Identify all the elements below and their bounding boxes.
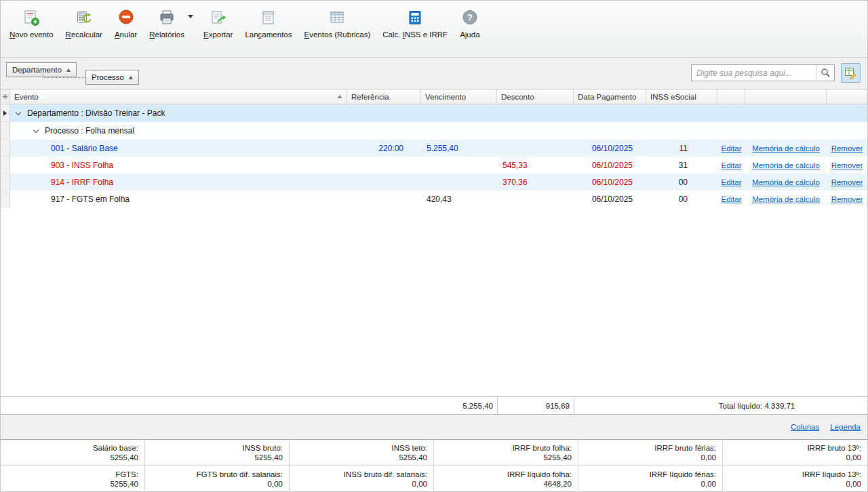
column-header-empty[interactable] [717,89,745,104]
column-header-data-pagamento[interactable]: Data Pagamento [574,89,646,104]
cell-vencimento: 5.255,40 [421,140,497,157]
calculation-memory-link[interactable]: Memória de cálculo [752,195,820,203]
row-indicator-cell [1,173,10,190]
column-header-empty[interactable] [827,89,867,104]
events-rubrics-label: Eventos (Rubricas) [304,30,370,39]
group-pill-departamento-label: Departamento [12,66,62,74]
toolbar: Novo evento Recalcular [1,1,867,58]
events-grid-icon [328,9,346,26]
group-row-departamento[interactable]: Departamento : Divisão Treinar - Pack [1,104,867,122]
collapse-chevron-icon[interactable] [16,109,21,115]
group-pill-departamento[interactable]: Departamento [6,62,77,77]
event-row-salario-base[interactable]: 001 - Salário Base 220:00 5.255,40 06/10… [1,140,867,157]
events-grid: Evento Referência Vencimento Desconto Da… [1,89,867,415]
summary-irrf-bruto-13: IRRF bruto 13º: 0,00 [723,440,867,466]
column-header-desconto[interactable]: Desconto [497,89,574,104]
row-indicator-cell [1,140,10,157]
recalculate-icon [75,9,93,26]
event-row-irrf-folha[interactable]: 914 - IRRF Folha 370,36 06/10/2025 00 Ed… [1,173,867,190]
cell-referencia [347,157,421,173]
summary-irrf-bruto-folha: IRRF bruto folha: 5255,40 [434,440,578,466]
group-processo-label: Processo : Folha mensal [45,126,134,136]
search-button[interactable] [816,65,834,81]
grid-body: Departamento : Divisão Treinar - Pack Pr… [1,104,867,396]
totals-summary-panel: Salário base: 5255,40 INSS bruto: 5255,4… [1,439,867,491]
remove-link[interactable]: Remover [831,178,863,186]
event-row-fgts-em-folha[interactable]: 917 - FGTS em Folha 420,43 06/10/2025 00… [1,190,867,207]
summary-fgts: FGTS: 5255,40 [1,466,145,491]
group-pill-processo-label: Processo [92,73,124,81]
export-label: Exportar [203,30,233,39]
grid-totals-row: 5.255,40 915,69 Total líquido: 4.339,71 [1,396,867,415]
legend-link[interactable]: Legenda [830,423,861,431]
column-header-inss-esocial[interactable]: INSS eSocial [646,89,717,104]
group-row-processo[interactable]: Processo : Folha mensal [1,122,867,140]
cell-desconto [497,140,574,157]
grid-customize-button[interactable] [841,63,861,83]
summary-irrf-liquido-ferias: IRRF líquido férias: 0,00 [578,466,723,491]
help-button[interactable]: ? Ajuda [454,4,486,41]
event-row-inss-folha[interactable]: 903 - INSS Folha 545,33 06/10/2025 31 Ed… [1,157,867,173]
cell-evento: 903 - INSS Folha [10,157,347,173]
row-indicator-cell [1,104,10,122]
cell-data-pagamento: 06/10/2025 [574,173,646,190]
edit-link[interactable]: Editar [721,178,741,186]
calc-inss-irrf-label: Calc. INSS e IRRF [382,30,448,39]
current-row-marker-icon [3,110,7,116]
search-input[interactable] [692,68,816,78]
calculation-memory-link[interactable]: Memória de cálculo [752,178,820,186]
reports-button[interactable]: Relatórios [143,4,191,41]
remove-link[interactable]: Remover [831,144,863,152]
reports-dropdown-caret-icon[interactable] [188,15,193,18]
summary-salario-base: Salário base: 5255,40 [1,440,145,466]
column-header-empty[interactable] [745,89,827,104]
cell-inss-esocial: 31 [646,157,717,173]
total-vencimento: 5.255,40 [421,397,497,414]
export-button[interactable]: Exportar [197,4,239,41]
recalculate-button[interactable]: Recalcular [60,4,108,41]
summary-fgts-bruto-dif: FGTS bruto dif. salariais: 0,00 [145,466,290,491]
column-header-evento[interactable]: Evento [10,89,347,104]
entries-button[interactable]: Lançamentos [239,4,298,41]
total-liquido: Total líquido: 4.339,71 [646,397,867,414]
calculation-memory-link[interactable]: Memória de cálculo [752,144,820,152]
cell-inss-esocial: 11 [646,140,717,157]
row-indicator-cell [1,122,10,140]
calculation-memory-link[interactable]: Memória de cálculo [752,161,820,169]
columns-link[interactable]: Colunas [791,423,819,431]
cell-data-pagamento: 06/10/2025 [574,140,646,157]
cell-desconto: 545,33 [497,157,574,173]
sort-ascending-icon [337,95,342,98]
summary-irrf-liquido-folha: IRRF líquido folha: 4648,20 [434,466,578,491]
pill-connector [43,77,85,78]
recalculate-label: Recalcular [66,30,102,39]
events-rubrics-button[interactable]: Eventos (Rubricas) [298,4,376,41]
summary-inss-teto: INSS teto: 5255,40 [290,440,434,466]
column-header-referencia[interactable]: Referência [347,89,421,104]
help-label: Ajuda [460,30,479,39]
collapse-chevron-icon[interactable] [33,127,39,132]
cell-inss-esocial: 00 [646,173,717,190]
svg-text:?: ? [467,12,473,22]
group-departamento-label: Departamento : Divisão Treinar - Pack [27,108,165,118]
calc-inss-irrf-button[interactable]: Calc. INSS e IRRF [376,4,454,41]
column-header-vencimento[interactable]: Vencimento [421,89,497,104]
remove-link[interactable]: Remover [831,161,863,169]
remove-link[interactable]: Remover [831,195,863,203]
grid-header-row: Evento Referência Vencimento Desconto Da… [1,89,867,104]
void-button[interactable]: Anular [108,4,143,41]
group-pill-processo[interactable]: Processo [85,70,139,85]
header-corner-cell[interactable] [1,89,10,104]
payroll-window: Novo evento Recalcular [0,0,868,492]
edit-link[interactable]: Editar [721,195,741,203]
group-by-bar: Departamento Processo [1,58,867,89]
edit-link[interactable]: Editar [721,161,741,169]
entries-icon [260,9,277,26]
summary-inss-bruto-dif: INSS bruto dif. salariais: 0,00 [290,466,434,491]
new-event-button[interactable]: Novo evento [3,4,60,41]
sort-asc-icon [129,76,133,79]
pill-connector [43,71,43,77]
edit-link[interactable]: Editar [721,144,741,152]
cell-evento: 917 - FGTS em Folha [10,190,347,207]
cell-desconto: 370,36 [497,173,574,190]
